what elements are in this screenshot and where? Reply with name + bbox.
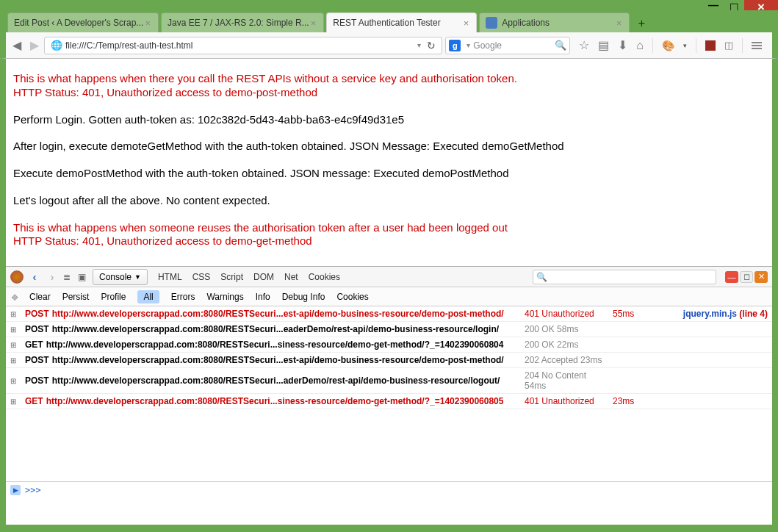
bookmark-star-icon[interactable]: ☆	[579, 38, 589, 52]
extension-square-icon[interactable]	[705, 40, 716, 51]
network-request-list: ⊞ POST http://www.developerscrappad.com:…	[6, 306, 772, 481]
console-label: Console	[99, 272, 132, 282]
browser-tab[interactable]: Applications ×	[479, 12, 630, 32]
browser-tab-active[interactable]: REST Authentication Tester ×	[326, 12, 477, 32]
extension-dropdown-icon[interactable]: ▾	[683, 42, 687, 49]
request-url: http://www.developerscrappad.com:8080/RE…	[46, 339, 504, 350]
devtools-panel: ‹ › ≣ ▣ Console ▼ HTML CSS Script DOM Ne…	[6, 266, 772, 497]
tab-title: Applications	[502, 18, 614, 28]
dropdown-icon: ▼	[134, 273, 141, 281]
browser-tab[interactable]: Edit Post ‹ A Developer's Scrap... ×	[7, 12, 159, 32]
panel-tab-cookies[interactable]: Cookies	[309, 272, 340, 282]
request-source[interactable]: jquery.min.js (line 4)	[683, 309, 768, 319]
extension-grid-icon[interactable]: ◫	[724, 40, 733, 51]
network-row[interactable]: ⊞ GET http://www.developerscrappad.com:8…	[6, 337, 772, 353]
tab-close-icon[interactable]: ×	[143, 18, 152, 29]
forward-button[interactable]: ▶	[28, 39, 41, 52]
search-engine-icon: g	[449, 40, 461, 51]
url-dropdown-icon[interactable]: ▾	[414, 41, 424, 49]
body-text: After login, execute demoteGetMethod wit…	[13, 140, 768, 154]
console-toggle-icon[interactable]: ▶	[10, 485, 21, 495]
devtools-back-button[interactable]: ‹	[28, 270, 41, 283]
devtools-list-icon[interactable]: ≣	[63, 272, 73, 282]
network-row[interactable]: ⊞ POST http://www.developerscrappad.com:…	[6, 306, 772, 322]
filter-debug-button[interactable]: Debug Info	[282, 292, 325, 302]
home-icon[interactable]: ⌂	[636, 39, 644, 52]
toolbar-divider	[652, 38, 653, 53]
browser-tabstrip: Edit Post ‹ A Developer's Scrap... × Jav…	[0, 10, 778, 32]
window-titlebar: — ☐ ×	[0, 0, 778, 10]
tab-close-icon[interactable]: ×	[462, 18, 471, 29]
tab-title: Edit Post ‹ A Developer's Scrap...	[14, 18, 143, 28]
url-input[interactable]: 🌐 file:///C:/Temp/rest-auth-test.html ▾ …	[44, 37, 442, 54]
persist-button[interactable]: Persist	[62, 292, 90, 302]
filter-errors-button[interactable]: Errors	[171, 292, 195, 302]
body-text: Perform Login. Gotten auth-token as: 102…	[13, 113, 768, 127]
request-status: 401 Unauthorized	[525, 309, 605, 319]
expand-icon[interactable]: ⊞	[10, 356, 18, 364]
tab-close-icon[interactable]: ×	[615, 18, 624, 29]
panel-tab-net[interactable]: Net	[284, 272, 298, 282]
devtools-minimize-button[interactable]: —	[725, 271, 738, 283]
request-url: http://www.developerscrappad.com:8080/RE…	[52, 355, 504, 365]
devtools-subtoolbar: ⎆ Clear Persist Profile All Errors Warni…	[6, 287, 772, 306]
devtools-popout-button[interactable]: ◻	[740, 271, 753, 283]
back-button[interactable]: ◀	[10, 39, 24, 52]
request-status: 202 Accepted 23ms	[525, 355, 605, 365]
clear-button[interactable]: Clear	[29, 292, 51, 302]
firebug-icon[interactable]	[10, 270, 24, 284]
request-url: http://www.developerscrappad.com:8080/RE…	[46, 396, 504, 406]
expand-icon[interactable]: ⊞	[10, 341, 18, 349]
console-command-line[interactable]: ▶ >>>	[6, 481, 772, 497]
url-text: file:///C:/Temp/rest-auth-test.html	[65, 40, 414, 51]
reload-button[interactable]: ↻	[424, 40, 439, 51]
network-row[interactable]: ⊞ POST http://www.developerscrappad.com:…	[6, 322, 772, 337]
error-text: This is what happens when someone reuses…	[13, 221, 768, 235]
console-prompt: >>>	[25, 485, 41, 495]
error-text: HTTP Status: 401, Unauthorized access to…	[13, 86, 768, 100]
request-time: 23ms	[613, 396, 649, 406]
expand-icon[interactable]: ⊞	[10, 398, 18, 406]
network-row[interactable]: ⊞ GET http://www.developerscrappad.com:8…	[6, 394, 772, 409]
panel-tab-script[interactable]: Script	[220, 272, 243, 282]
request-method: POST	[25, 355, 49, 365]
new-tab-button[interactable]: +	[632, 14, 651, 32]
panel-tab-dom[interactable]: DOM	[253, 272, 274, 282]
browser-tab[interactable]: Java EE 7 / JAX-RS 2.0: Simple R... ×	[161, 12, 324, 32]
search-input[interactable]: g ▾ Google 🔍	[445, 37, 570, 54]
filter-all-button[interactable]: All	[137, 290, 159, 303]
expand-icon[interactable]: ⊞	[10, 326, 18, 334]
request-url: http://www.developerscrappad.com:8080/RE…	[52, 324, 499, 334]
network-row[interactable]: ⊞ POST http://www.developerscrappad.com:…	[6, 353, 772, 368]
tab-favicon-icon	[486, 17, 497, 29]
reader-icon[interactable]: ▤	[598, 38, 609, 52]
devtools-forward-button[interactable]: ›	[46, 270, 59, 283]
expand-icon[interactable]: ⊞	[10, 377, 18, 385]
request-url: http://www.developerscrappad.com:8080/RE…	[52, 309, 504, 319]
network-row[interactable]: ⊞ POST http://www.developerscrappad.com:…	[6, 368, 772, 394]
console-panel-button[interactable]: Console ▼	[93, 269, 148, 285]
extension-icon[interactable]: 🎨	[662, 40, 674, 51]
toolbar-divider	[742, 38, 743, 53]
devtools-inspect-icon[interactable]: ▣	[78, 272, 88, 282]
filter-warnings-button[interactable]: Warnings	[206, 292, 243, 302]
expand-icon[interactable]: ⊞	[10, 310, 18, 318]
tab-title: Java EE 7 / JAX-RS 2.0: Simple R...	[168, 18, 309, 28]
request-method: GET	[25, 396, 43, 406]
devtools-close-button[interactable]: ✕	[754, 271, 768, 283]
devtools-search-input[interactable]: 🔍	[533, 270, 716, 284]
request-method: POST	[25, 324, 49, 334]
panel-tab-html[interactable]: HTML	[158, 272, 182, 282]
content-surface: This is what happens when there you call…	[0, 59, 778, 525]
menu-button[interactable]	[752, 42, 762, 49]
profile-button[interactable]: Profile	[101, 292, 126, 302]
search-icon[interactable]: 🔍	[555, 40, 566, 51]
downloads-icon[interactable]: ⬇	[618, 38, 627, 52]
body-text: Let's logout after all the above. No con…	[13, 194, 768, 208]
search-engine-dropdown-icon[interactable]: ▾	[464, 41, 473, 49]
panel-tab-css[interactable]: CSS	[192, 272, 211, 282]
filter-cookies-button[interactable]: Cookies	[336, 292, 368, 302]
tab-close-icon[interactable]: ×	[309, 18, 318, 29]
command-icon[interactable]: ⎆	[12, 291, 18, 303]
filter-info-button[interactable]: Info	[256, 292, 270, 302]
